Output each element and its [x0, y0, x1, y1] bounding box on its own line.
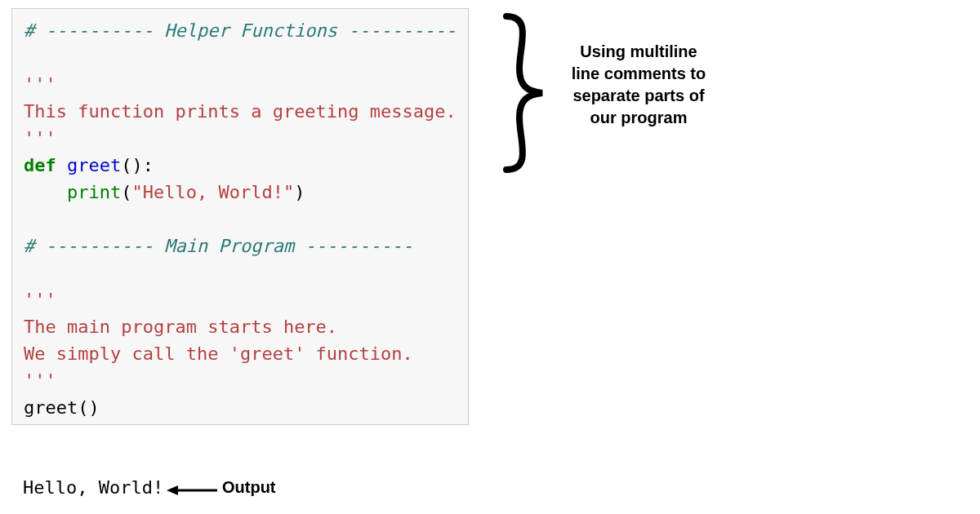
docstring-close: ''' — [24, 128, 56, 148]
section-comment-helpers: # ---------- Helper Functions ---------- — [24, 20, 457, 41]
greet-call: greet() — [24, 397, 100, 418]
docstring-close: ''' — [24, 370, 56, 391]
def-tail: (): — [121, 155, 154, 175]
output-text: Hello, World! — [23, 477, 163, 498]
docstring-line: We simply call the 'greet' function. — [24, 343, 413, 364]
curly-brace-icon — [490, 11, 555, 175]
docstring-line: The main program starts here. — [24, 317, 337, 337]
docstring-open: ''' — [24, 74, 56, 95]
paren-close: ) — [294, 182, 305, 202]
docstring-line: This function prints a greeting message. — [24, 101, 457, 122]
annotation-text: Using multiline line comments to separat… — [565, 41, 712, 129]
indent — [24, 182, 67, 202]
svg-marker-1 — [167, 485, 178, 495]
function-name: greet — [67, 155, 121, 175]
docstring-open: ''' — [24, 290, 56, 310]
section-comment-main: # ---------- Main Program ---------- — [24, 236, 413, 256]
string-literal: "Hello, World!" — [131, 182, 294, 202]
output-label: Output — [222, 478, 276, 497]
paren-open: ( — [121, 182, 131, 202]
print-call: print — [67, 182, 121, 202]
keyword-def: def — [24, 155, 56, 175]
code-block: # ---------- Helper Functions ----------… — [11, 8, 469, 425]
arrow-left-icon — [167, 485, 217, 496]
